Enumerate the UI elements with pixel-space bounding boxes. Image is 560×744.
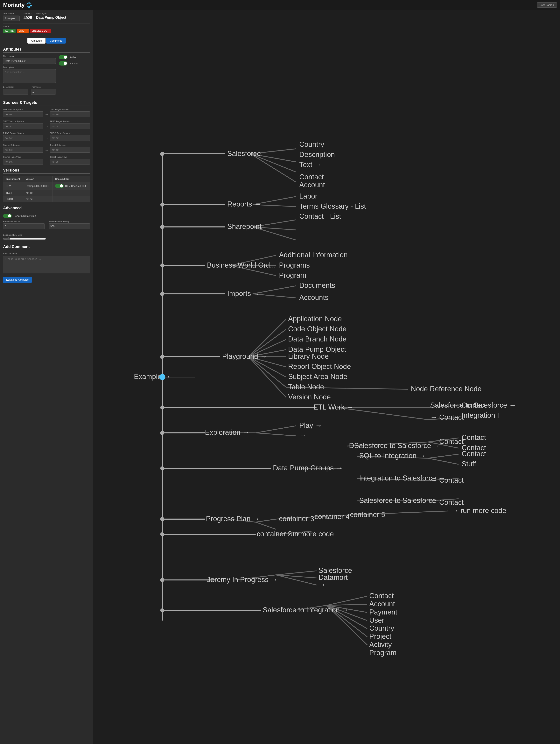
svg-line-33 [256,426,296,433]
advanced-title: Advanced [3,206,90,211]
node-name-input[interactable] [3,58,56,64]
tree-name-select[interactable]: Example [3,15,20,21]
tree-name-field: Tree Name: Example [3,12,20,21]
svg-text:→: → [430,452,437,460]
svg-text:Data Pump Object: Data Pump Object [288,345,346,353]
active-toggle-label: Active [69,56,76,59]
add-comment-section: Add Comment Add Comment: Edit Node Attri… [3,245,90,283]
versions-col-env: Environment [3,176,23,182]
target-table-label: Target Table/View: [50,156,90,158]
svg-text:Country: Country [369,624,394,632]
status-label: Status: [3,25,90,28]
prod-target-input[interactable] [50,135,90,141]
svg-text:→: → [319,581,326,589]
right-panel: Salesforce Reports → Sharepoint Business… [94,10,560,744]
node-id-value: 4925 [24,15,32,20]
dev-checked-out-row: DEV Checked Out [55,184,87,188]
svg-point-151 [160,152,164,156]
badge-active: ACTIVE [3,29,15,33]
svg-text:Contact: Contact [461,434,486,441]
tree-name-label: Tree Name: [3,12,20,15]
dev-source-input[interactable] [3,111,43,117]
svg-text:Country: Country [299,140,324,148]
target-db-input[interactable] [50,147,90,153]
db-row: Source Database: → Target Database: [3,144,90,153]
add-comment-title: Add Comment [3,245,90,250]
svg-text:Library Node: Library Node [288,352,329,360]
comment-textarea[interactable] [3,256,90,273]
perform-toggle[interactable] [3,214,12,218]
freshness-group: Freshness: [31,86,56,95]
svg-text:→ run more code: → run more code [279,530,334,538]
svg-text:Activity: Activity [369,640,392,648]
svg-text:Node Reference Node: Node Reference Node [411,385,481,393]
svg-line-59 [327,596,367,605]
seconds-input[interactable] [49,223,90,229]
attr-right: Active In Draft [59,55,90,68]
svg-point-160 [160,466,164,471]
user-dropdown-button[interactable]: User Name ▾ [537,2,557,8]
user-dropdown-label: User Name ▾ [539,3,554,6]
svg-point-153 [160,225,164,229]
versions-section: Versions Environment Version Checked Out… [3,168,90,202]
svg-text:Contact: Contact [461,401,486,409]
etl-size-slider[interactable] [3,237,46,240]
prod-source-label: PROD Source System: [3,132,43,135]
svg-text:Progress Plan →: Progress Plan → [206,515,260,523]
badge-checkedout: CHECKED OUT [30,29,51,33]
tab-comments[interactable]: Comments [46,38,66,44]
svg-point-1 [28,4,31,6]
svg-text:Accounts: Accounts [299,293,328,301]
badge-draft: DRAFT [17,29,29,33]
test-target-input[interactable] [50,123,90,129]
svg-text:Jeremy In Progress →: Jeremy In Progress → [207,575,277,584]
svg-text:Description: Description [299,150,335,158]
svg-text:Documents: Documents [299,282,335,289]
sources-targets-title: Sources & Targets [3,100,90,106]
prod-source-input[interactable] [3,135,43,141]
source-table-field: Source Table/View: [3,156,43,164]
test-source-input[interactable] [3,123,43,129]
svg-text:Project: Project [369,632,391,640]
tab-attributes[interactable]: Attributes [28,38,45,44]
source-db-input[interactable] [3,147,43,153]
main-layout: Tree Name: Example Node ID: 4925 Node Ty… [0,10,560,744]
status-badges: ACTIVE DRAFT CHECKED OUT [3,29,90,33]
versions-row-test: TEST not set [3,190,90,196]
header-title-group: Moriarty [3,2,32,8]
attributes-title: Attributes [3,47,90,53]
prod-arrow-icon: → [45,136,48,140]
svg-text:Subject Area Node: Subject Area Node [288,373,347,380]
svg-text:Data Branch Node: Data Branch Node [288,335,346,343]
description-textarea[interactable] [3,69,56,83]
svg-text:SQL to Integration →: SQL to Integration → [359,452,426,460]
dev-target-input[interactable] [50,111,90,117]
add-comment-label: Add Comment: [3,252,90,255]
svg-line-25 [249,357,286,398]
svg-line-34 [256,433,296,436]
prod-target-label: PROD Target System: [50,132,90,135]
edit-node-attributes-button[interactable]: Edit Node Attributes [3,277,32,283]
indraft-toggle[interactable] [59,61,68,66]
node-id-label: Node ID: [24,12,32,15]
perform-toggle-label: Perform Data Pump [13,215,36,217]
test-source-label: TEST Source System: [3,120,43,122]
svg-text:container 5: container 5 [350,511,385,519]
freshness-input[interactable] [31,89,56,95]
active-toggle[interactable] [59,55,68,59]
dev-checked-toggle[interactable] [55,184,64,188]
etl-fresh-row: ETL Action: Freshness: [3,86,56,97]
svg-point-155 [160,292,164,296]
retries-input[interactable] [3,223,45,229]
app-header: Moriarty User Name ▾ [0,0,560,10]
source-table-input[interactable] [3,159,43,164]
status-row: Status: ACTIVE DRAFT CHECKED OUT [3,25,90,33]
svg-text:Business World Ord...: Business World Ord... [207,261,276,269]
svg-text:Datamort: Datamort [319,573,348,582]
description-label: Description: [3,66,56,69]
target-table-field: Target Table/View: [50,156,90,164]
source-table-label: Source Table/View: [3,156,43,158]
target-table-input[interactable] [50,159,90,164]
svg-text:Text →: Text → [299,161,322,169]
etl-action-input[interactable] [3,89,28,95]
